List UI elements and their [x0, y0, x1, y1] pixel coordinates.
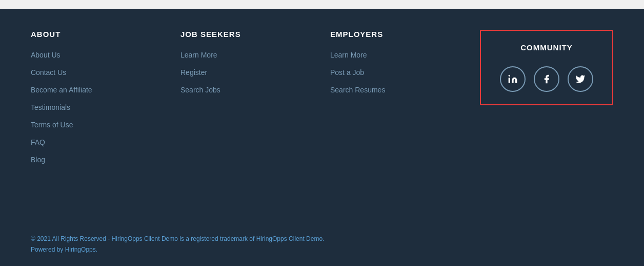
terms-of-use-link[interactable]: Terms of Use — [31, 121, 113, 129]
employers-heading: EMPLOYERS — [330, 30, 412, 39]
employers-column: EMPLOYERS Learn More Post a Job Search R… — [330, 30, 412, 210]
faq-link[interactable]: FAQ — [31, 138, 113, 146]
post-job-link[interactable]: Post a Job — [330, 68, 412, 77]
copyright-text: © 2021 All Rights Reserved - HiringOpps … — [31, 234, 613, 256]
employers-learn-more-link[interactable]: Learn More — [330, 51, 412, 59]
about-heading: ABOUT — [31, 30, 113, 39]
about-column: ABOUT About Us Contact Us Become an Affi… — [31, 30, 113, 210]
footer: ABOUT About Us Contact Us Become an Affi… — [0, 9, 644, 266]
top-bar — [0, 0, 644, 9]
social-icons — [500, 66, 593, 92]
testimonials-link[interactable]: Testimonials — [31, 103, 113, 111]
contact-us-link[interactable]: Contact Us — [31, 68, 113, 77]
svg-point-1 — [509, 75, 510, 77]
search-resumes-link[interactable]: Search Resumes — [330, 86, 412, 94]
blog-link[interactable]: Blog — [31, 156, 113, 164]
about-us-link[interactable]: About Us — [31, 51, 113, 59]
community-box: COMMUNITY — [480, 30, 613, 105]
search-jobs-link[interactable]: Search Jobs — [180, 86, 263, 94]
footer-bottom: © 2021 All Rights Reserved - HiringOpps … — [31, 225, 613, 256]
become-affiliate-link[interactable]: Become an Affiliate — [31, 86, 113, 94]
svg-rect-0 — [509, 78, 510, 83]
footer-main: ABOUT About Us Contact Us Become an Affi… — [31, 30, 613, 210]
facebook-icon[interactable] — [534, 66, 559, 92]
twitter-icon[interactable] — [568, 66, 593, 92]
linkedin-icon[interactable] — [500, 66, 526, 92]
jobseekers-learn-more-link[interactable]: Learn More — [180, 51, 263, 59]
community-heading: COMMUNITY — [520, 43, 573, 52]
jobseekers-heading: JOB SEEKERS — [180, 30, 263, 39]
jobseekers-column: JOB SEEKERS Learn More Register Search J… — [180, 30, 263, 210]
register-link[interactable]: Register — [180, 68, 263, 77]
